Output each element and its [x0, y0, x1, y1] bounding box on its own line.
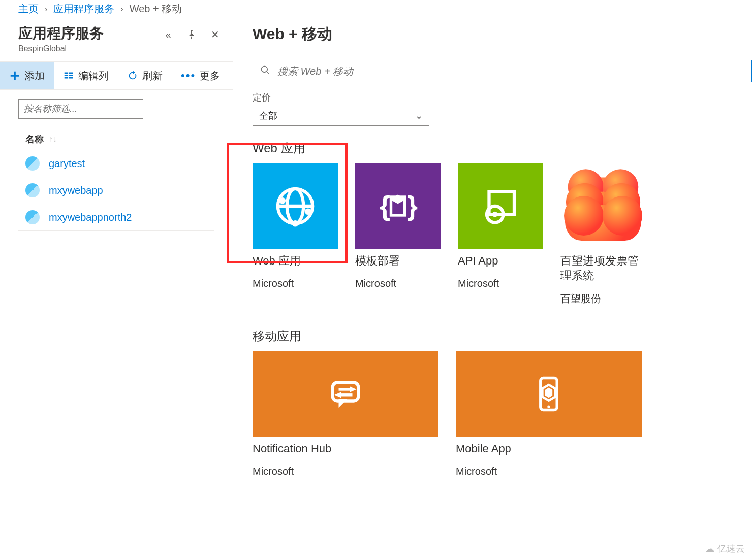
chevron-right-icon: ›	[120, 5, 123, 14]
web-icon	[253, 163, 338, 249]
card-name: Notification Hub	[253, 442, 438, 456]
search-box[interactable]	[253, 60, 752, 82]
toolbar: 添加 编辑列 刷新 ••• 更多	[0, 61, 233, 90]
svg-marker-14	[339, 399, 348, 408]
card-name: 百望进项发票管理系统	[560, 254, 646, 283]
card-publisher: Microsoft	[253, 278, 338, 289]
plus-icon	[9, 70, 20, 81]
cloud-icon: ☁	[705, 543, 714, 554]
chevron-right-icon: ›	[45, 5, 47, 14]
card-notification-hub[interactable]: Notification Hub Microsoft	[253, 351, 438, 477]
columns-icon	[63, 70, 74, 81]
app-list: garytest mxywebapp mxywebappnorth2	[18, 150, 214, 231]
section-title-mobile: 移动应用	[253, 328, 752, 344]
card-publisher: Microsoft	[458, 278, 543, 289]
baiwang-icon	[560, 163, 646, 249]
breadcrumb-current: Web + 移动	[130, 2, 182, 16]
webapp-icon	[25, 156, 40, 171]
add-label: 添加	[24, 69, 45, 83]
webapp-icon	[25, 210, 40, 224]
card-baiwang[interactable]: 百望进项发票管理系统 百望股份	[560, 163, 646, 306]
card-template-deploy[interactable]: {} 模板部署 Microsoft	[355, 163, 441, 306]
svg-point-3	[279, 197, 286, 204]
refresh-icon	[127, 70, 138, 81]
card-publisher: 百望股份	[560, 292, 646, 306]
edit-columns-button[interactable]: 编辑列	[54, 62, 118, 89]
add-button[interactable]: 添加	[0, 62, 54, 89]
card-publisher: Microsoft	[253, 466, 438, 477]
filter-input[interactable]	[18, 99, 143, 119]
svg-marker-16	[350, 387, 357, 392]
list-item[interactable]: mxywebappnorth2	[18, 204, 214, 231]
more-icon: •••	[181, 69, 196, 82]
panel-subtitle: BespinGlobal	[18, 44, 104, 53]
svg-point-4	[305, 209, 311, 215]
svg-text:}: }	[407, 190, 418, 221]
item-name: garytest	[49, 158, 85, 170]
search-icon	[260, 65, 270, 77]
card-name: 模板部署	[355, 254, 441, 269]
notification-icon	[253, 351, 438, 437]
svg-point-5	[292, 220, 299, 227]
list-item[interactable]: mxywebapp	[18, 177, 214, 204]
section-title-web: Web 应用	[253, 140, 752, 156]
svg-text:{: {	[380, 190, 390, 221]
refresh-button[interactable]: 刷新	[118, 62, 172, 89]
more-button[interactable]: ••• 更多	[172, 62, 229, 89]
card-publisher: Microsoft	[456, 466, 642, 477]
list-item[interactable]: garytest	[18, 150, 214, 177]
page-title: Web + 移动	[253, 24, 752, 45]
sort-icon: ↑↓	[49, 135, 57, 144]
search-input[interactable]	[277, 65, 744, 77]
watermark: ☁ 亿速云	[705, 543, 745, 555]
card-name: Mobile App	[456, 442, 642, 456]
refresh-label: 刷新	[142, 69, 163, 83]
card-row-web: Web 应用 Microsoft {} 模板部署 Microsoft API A…	[253, 163, 752, 306]
svg-marker-18	[334, 392, 341, 398]
column-header-name[interactable]: 名称 ↑↓	[25, 133, 233, 145]
breadcrumb-services[interactable]: 应用程序服务	[53, 2, 114, 16]
card-publisher: Microsoft	[355, 278, 441, 289]
card-name: API App	[458, 254, 543, 269]
close-icon[interactable]: ✕	[209, 29, 221, 40]
card-web-app[interactable]: Web 应用 Microsoft	[253, 163, 338, 306]
item-name: mxywebapp	[49, 185, 103, 196]
pricing-select[interactable]: 全部 ⌄	[253, 106, 429, 126]
svg-marker-22	[545, 388, 552, 398]
mobile-icon	[456, 351, 642, 437]
card-name: Web 应用	[253, 254, 338, 269]
breadcrumb: 主页 › 应用程序服务 › Web + 移动	[0, 0, 752, 20]
collapse-icon[interactable]: «	[163, 29, 174, 40]
svg-point-12	[492, 212, 498, 217]
card-row-mobile: Notification Hub Microsoft Mobile App Mi…	[253, 351, 752, 477]
api-icon	[458, 163, 543, 249]
left-panel: 应用程序服务 BespinGlobal « ✕ 添加	[0, 20, 233, 559]
card-api-app[interactable]: API App Microsoft	[458, 163, 543, 306]
pin-icon[interactable]	[186, 29, 197, 40]
edit-columns-label: 编辑列	[78, 69, 109, 83]
webapp-icon	[25, 183, 40, 197]
pricing-label: 定价	[253, 91, 752, 104]
svg-point-20	[547, 406, 550, 408]
panel-title: 应用程序服务	[18, 24, 104, 43]
more-label: 更多	[200, 69, 220, 83]
card-mobile-app[interactable]: Mobile App Microsoft	[456, 351, 642, 477]
chevron-down-icon: ⌄	[415, 110, 423, 121]
right-panel: Web + 移动 定价 全部 ⌄ Web 应用 Web 应用 Microsoft	[233, 20, 752, 559]
template-icon: {}	[355, 163, 441, 249]
filter-box	[18, 99, 143, 119]
svg-rect-13	[333, 383, 358, 401]
breadcrumb-home[interactable]: 主页	[18, 2, 39, 16]
item-name: mxywebappnorth2	[49, 212, 132, 223]
pricing-value: 全部	[259, 110, 277, 122]
